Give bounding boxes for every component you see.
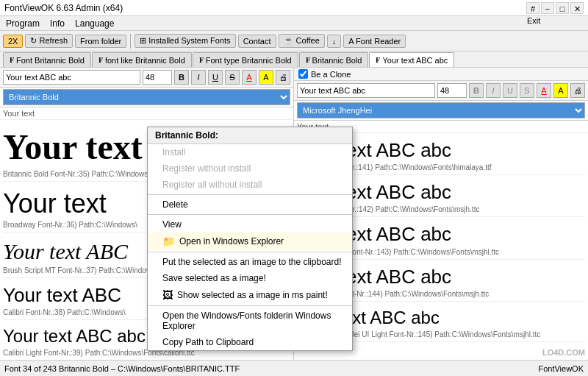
- ctx-item-register-all[interactable]: Register all without install: [148, 177, 352, 193]
- left-font-selector-container: Britannic Bold: [0, 88, 293, 107]
- right-size-input[interactable]: [437, 83, 467, 98]
- tab-label-5: Your text ABC abc: [382, 56, 448, 65]
- app-title: FontViewOK 6.63 Admin (x64): [4, 3, 123, 13]
- titlebar: FontViewOK 6.63 Admin (x64) # Exit − □ ✕: [0, 0, 588, 16]
- ctx-sep-4: [148, 305, 352, 306]
- close-button[interactable]: ✕: [570, 2, 584, 14]
- italic-button[interactable]: I: [191, 70, 206, 85]
- ctx-item-delete[interactable]: Delete: [148, 196, 352, 213]
- menu-program[interactable]: Program: [3, 18, 43, 29]
- right-italic-button[interactable]: I: [486, 83, 501, 98]
- tab-icon-3: 𝐅: [199, 56, 204, 65]
- be-clone-bar: Be a Clone: [294, 68, 588, 81]
- ctx-item-install[interactable]: Install: [148, 144, 352, 160]
- tab-icon-5: 𝐅: [376, 56, 380, 65]
- left-panel-header: B I U S A A 🖨: [0, 68, 293, 88]
- left-size-input[interactable]: [143, 70, 172, 85]
- toolbar-separator: [130, 34, 131, 49]
- right-font-select[interactable]: Microsoft JhengHei: [297, 102, 585, 118]
- print-button[interactable]: 🖨: [276, 70, 290, 85]
- tab-label-2: font like Britannic Bold: [105, 56, 185, 65]
- right-bold-button[interactable]: B: [469, 83, 484, 98]
- right-strikethrough-button[interactable]: S: [520, 83, 534, 98]
- right-color-a-button[interactable]: A: [537, 83, 551, 98]
- tab-britannic[interactable]: 𝐅 Britannic Bold: [299, 52, 369, 67]
- ctx-sep-3: [148, 252, 352, 252]
- paint-icon: 🖼: [162, 289, 173, 301]
- coffee-button[interactable]: ☕ Coffee: [279, 34, 325, 48]
- context-menu: Britannic Bold: Install Register without…: [147, 127, 353, 351]
- right-color-mark-button[interactable]: A: [553, 83, 568, 98]
- tab-britannic-bold[interactable]: 𝐅 Font Britannic Bold: [3, 52, 91, 67]
- menu-info[interactable]: Info: [47, 18, 68, 29]
- context-menu-header: Britannic Bold:: [148, 127, 352, 144]
- folder-icon: 📁: [162, 235, 175, 247]
- left-font-select[interactable]: Britannic Bold: [3, 89, 290, 105]
- right-panel-header: B I U S A A 🖨: [294, 81, 588, 101]
- right-text-input[interactable]: [297, 83, 435, 98]
- window-controls: # Exit − □ ✕: [526, 2, 584, 14]
- tab-label-3: Font type Britannic Bold: [206, 56, 292, 65]
- left-preview-label: Your text: [0, 107, 293, 120]
- statusbar: Font 34 of 243 Britannic Bold – C:\Windo…: [0, 360, 588, 376]
- refresh-button[interactable]: ↻ Refresh: [25, 34, 73, 48]
- status-left: Font 34 of 243 Britannic Bold – C:\Windo…: [4, 364, 240, 373]
- right-underline-button[interactable]: U: [503, 83, 517, 98]
- maximize-button[interactable]: □: [556, 2, 569, 14]
- ctx-item-copy-path[interactable]: Copy Path to Clipboard: [148, 334, 352, 350]
- ctx-item-register[interactable]: Register without install: [148, 160, 352, 177]
- ctx-item-ms-paint[interactable]: 🖼 Show selected as a image in ms paint!: [148, 286, 352, 304]
- ctx-sep-1: [148, 194, 352, 195]
- font-reader-button[interactable]: A Font Reader: [343, 35, 406, 48]
- left-text-input[interactable]: [3, 70, 140, 85]
- main-area: B I U S A A 🖨 Britannic Bold Your text Y…: [0, 68, 588, 360]
- installed-fonts-button[interactable]: ⊞ Installed System Fonts: [135, 34, 235, 48]
- status-right: FontViewOK: [538, 364, 584, 373]
- from-folder-button[interactable]: From folder: [75, 35, 126, 48]
- ctx-item-clipboard[interactable]: Put the selected as an image to the clip…: [148, 254, 352, 270]
- ctx-item-view[interactable]: View: [148, 216, 352, 233]
- underline-button[interactable]: U: [208, 70, 223, 85]
- tab-your-text[interactable]: 𝐅 Your text ABC abc: [369, 52, 454, 67]
- download-button[interactable]: ↓: [327, 35, 342, 48]
- ctx-item-save-image[interactable]: Save selected as a image!: [148, 270, 352, 286]
- tab-bar: 𝐅 Font Britannic Bold 𝐅 font like Britan…: [0, 52, 588, 68]
- tab-label-1: Font Britannic Bold: [16, 56, 85, 65]
- minimize-button[interactable]: −: [541, 2, 554, 14]
- be-clone-label: Be a Clone: [311, 70, 351, 79]
- strikethrough-button[interactable]: S: [225, 70, 240, 85]
- tab-icon-4: 𝐅: [306, 56, 310, 65]
- tab-icon-2: 𝐅: [98, 56, 103, 65]
- toolbar: 2X ↻ Refresh From folder ⊞ Installed Sys…: [0, 31, 588, 52]
- be-clone-checkbox[interactable]: [298, 69, 308, 79]
- zoom-2x-button[interactable]: 2X: [3, 35, 23, 48]
- logo-watermark: LO4D.COM: [542, 348, 585, 357]
- contact-button[interactable]: Contact: [238, 35, 276, 48]
- right-print-button[interactable]: 🖨: [570, 83, 585, 98]
- ctx-item-open-fonts-folder[interactable]: Open the Windows/Fonts folderin Windows …: [148, 308, 352, 334]
- tab-icon-1: 𝐅: [10, 56, 14, 65]
- right-font-selector-container: Microsoft JhengHei: [294, 101, 588, 121]
- bold-button[interactable]: B: [174, 70, 189, 85]
- tab-label-4: Britannic Bold: [312, 56, 362, 65]
- color-a-button[interactable]: A: [242, 70, 257, 85]
- ctx-item-open-explorer[interactable]: 📁 Open in Windows Explorer: [148, 233, 352, 250]
- hash-label[interactable]: # Exit: [526, 2, 539, 14]
- menubar: Program Info Language: [0, 16, 588, 31]
- menu-language[interactable]: Language: [72, 18, 117, 29]
- color-mark-button[interactable]: A: [259, 70, 273, 85]
- tab-font-like[interactable]: 𝐅 font like Britannic Bold: [92, 52, 192, 67]
- ctx-sep-2: [148, 214, 352, 215]
- tab-font-type[interactable]: 𝐅 Font type Britannic Bold: [193, 52, 298, 67]
